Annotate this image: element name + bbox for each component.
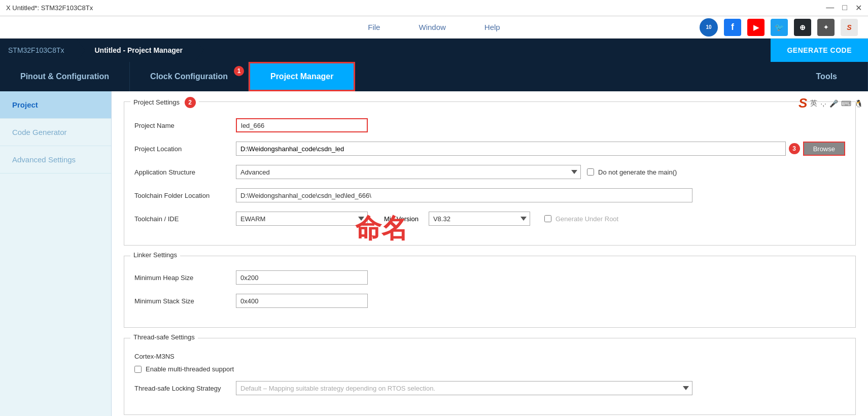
badge-3: 3: [789, 143, 800, 154]
github-icon[interactable]: ⊕: [794, 19, 811, 36]
tab-project-manager[interactable]: Project Manager: [249, 62, 355, 91]
breadcrumb-chip[interactable]: STM32F103C8Tx: [0, 39, 76, 62]
title-bar: X Untitled*: STM32F103C8Tx — □ ✕: [0, 0, 868, 16]
toolchain-folder-input[interactable]: [236, 188, 692, 202]
toolchain-folder-label: Toolchain Folder Location: [134, 192, 236, 199]
project-name-input[interactable]: [236, 118, 368, 132]
menu-help[interactable]: Help: [480, 21, 504, 33]
menu-window[interactable]: Window: [414, 21, 449, 33]
close-button[interactable]: ✕: [855, 3, 862, 13]
sohu-penguin-icon[interactable]: 🐧: [854, 99, 863, 108]
sohu-punctuation[interactable]: ·,·: [820, 99, 826, 108]
linker-settings-section: Linker Settings Minimum Heap Size Minimu…: [124, 256, 856, 328]
breadcrumb-project[interactable]: Untitled - Project Manager: [76, 39, 194, 62]
project-settings-legend: Project Settings 2: [130, 97, 199, 108]
breadcrumb-arrow-2: [195, 39, 204, 62]
min-stack-value: [236, 294, 845, 308]
toolchain-ide-label: Toolchain / IDE: [134, 215, 236, 223]
toolchain-folder-row: Toolchain Folder Location: [134, 188, 845, 202]
min-stack-input[interactable]: [236, 294, 368, 308]
network-icon[interactable]: ✦: [817, 19, 835, 36]
generate-under-root-checkbox[interactable]: [544, 215, 551, 222]
tab-pinout-configuration[interactable]: Pinout & Configuration: [0, 62, 130, 91]
thread-settings-section: Thread-safe Settings Cortex-M3NS Enable …: [124, 338, 856, 415]
multi-thread-row: Enable multi-threaded support: [134, 365, 845, 373]
toolchain-ide-value: EWARM MDK-ARM STM32CubeIDE Min Version V…: [236, 212, 845, 226]
badge-2: 2: [185, 97, 196, 108]
multi-thread-checkbox[interactable]: [134, 366, 142, 373]
menu-file[interactable]: File: [364, 21, 384, 33]
sidebar-item-code-generator[interactable]: Code Generator: [0, 119, 111, 146]
min-stack-label: Minimum Stack Size: [134, 297, 236, 305]
twitter-icon[interactable]: 🐦: [771, 19, 788, 36]
menu-bar: File Window Help 10 f ▶ 🐦 ⊕ ✦ S: [0, 16, 868, 39]
min-heap-value: [236, 270, 845, 285]
sidebar: Project Code Generator Advanced Settings: [0, 91, 112, 416]
toolchain-folder-value: [236, 188, 845, 202]
thread-settings-legend: Thread-safe Settings: [130, 333, 198, 341]
sidebar-item-advanced-settings[interactable]: Advanced Settings: [0, 146, 111, 174]
window-title: X Untitled*: STM32F103C8Tx: [6, 4, 826, 12]
locking-strategy-label: Thread-safe Locking Strategy: [134, 385, 236, 392]
locking-strategy-select[interactable]: Default – Mapping suitable strategy depe…: [236, 381, 692, 395]
cortex-label: Cortex-M3NS: [134, 353, 845, 360]
sohu-lang[interactable]: 英: [810, 99, 817, 108]
facebook-icon[interactable]: f: [724, 19, 741, 36]
no-main-checkbox-row: Do not generate the main(): [587, 168, 677, 176]
toolchain-ide-select[interactable]: EWARM MDK-ARM STM32CubeIDE: [236, 212, 368, 226]
breadcrumb-bar: STM32F103C8Tx Untitled - Project Manager…: [0, 39, 868, 62]
min-heap-row: Minimum Heap Size: [134, 270, 845, 285]
browse-button[interactable]: Browse: [803, 142, 845, 156]
min-heap-label: Minimum Heap Size: [134, 274, 236, 282]
toolchain-ide-row: Toolchain / IDE EWARM MDK-ARM STM32CubeI…: [134, 212, 845, 226]
sohu-toolbar: S 英 ·,· 🎤 ⌨ 🐧: [798, 95, 863, 111]
sohu-s-icon: S: [798, 95, 807, 111]
project-location-input[interactable]: [236, 142, 786, 156]
project-location-value: 3 Browse: [236, 142, 845, 156]
project-location-row: Project Location 3 Browse: [134, 142, 845, 156]
tab-tools[interactable]: Tools: [786, 62, 868, 91]
locking-strategy-value: Default – Mapping suitable strategy depe…: [236, 381, 845, 395]
locking-strategy-row: Thread-safe Locking Strategy Default – M…: [134, 381, 845, 395]
sohu-mic-icon[interactable]: 🎤: [829, 99, 838, 108]
application-structure-value: Advanced Basic Do not generate the main(…: [236, 165, 845, 179]
tab-bar: Pinout & Configuration Clock Configurati…: [0, 62, 868, 91]
s-brand-icon[interactable]: S: [841, 19, 858, 36]
tab-clock-configuration[interactable]: Clock Configuration 1: [130, 62, 249, 91]
project-settings-section: Project Settings 2 Project Name Project …: [124, 101, 856, 246]
application-structure-row: Application Structure Advanced Basic Do …: [134, 165, 845, 179]
min-version-select[interactable]: V8.32 V8.40: [429, 212, 530, 226]
application-structure-select[interactable]: Advanced Basic: [236, 165, 581, 179]
generate-code-button[interactable]: GENERATE CODE: [771, 39, 868, 62]
min-version-label: Min Version: [384, 215, 419, 223]
clock-tab-badge: 1: [234, 66, 244, 76]
menu-social-icons: 10 f ▶ 🐦 ⊕ ✦ S: [700, 18, 858, 37]
window-controls[interactable]: — □ ✕: [826, 3, 862, 13]
10yr-badge-icon: 10: [700, 18, 718, 37]
project-name-row: Project Name: [134, 118, 845, 132]
project-name-label: Project Name: [134, 122, 236, 129]
sidebar-item-project[interactable]: Project: [0, 91, 111, 119]
main-layout: Project Code Generator Advanced Settings…: [0, 91, 868, 416]
application-structure-label: Application Structure: [134, 168, 236, 176]
project-location-label: Project Location: [134, 145, 236, 153]
sohu-keyboard-icon[interactable]: ⌨: [841, 99, 851, 108]
generate-under-root-row: Generate Under Root: [544, 215, 618, 223]
maximize-button[interactable]: □: [842, 3, 847, 13]
linker-settings-legend: Linker Settings: [130, 251, 180, 259]
project-name-value: [236, 118, 845, 132]
content-area: S 英 ·,· 🎤 ⌨ 🐧 命名 Project Settings 2 Proj…: [112, 91, 868, 416]
youtube-icon[interactable]: ▶: [747, 19, 765, 36]
breadcrumb-arrow-1: [76, 39, 85, 62]
minimize-button[interactable]: —: [826, 3, 834, 13]
min-heap-input[interactable]: [236, 270, 368, 285]
no-main-checkbox[interactable]: [587, 168, 594, 176]
min-stack-row: Minimum Stack Size: [134, 294, 845, 308]
